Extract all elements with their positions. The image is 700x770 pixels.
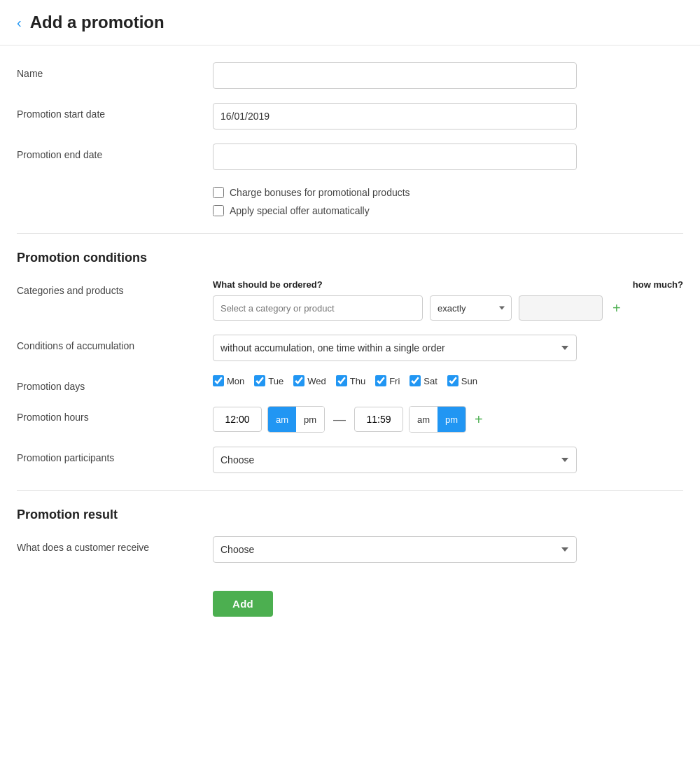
customer-receives-select[interactable]: Choose Discount Gift Bonus points [213, 536, 577, 563]
day-fri-label: Fri [389, 376, 400, 386]
start-pm-button[interactable]: pm [296, 407, 324, 432]
name-control [213, 62, 683, 89]
name-row: Name [17, 62, 683, 89]
time-dash: — [330, 412, 349, 427]
day-sun[interactable]: Sun [447, 375, 477, 386]
checkboxes-row: Charge bonuses for promotional products … [17, 184, 683, 216]
customer-receives-label: What does a customer receive [17, 536, 213, 553]
days-row: Promotion days Mon Tue Wed [17, 375, 683, 392]
categories-row: Categories and products What should be o… [17, 279, 683, 321]
charge-bonuses-checkbox-label[interactable]: Charge bonuses for promotional products [213, 187, 683, 198]
start-date-input[interactable] [213, 103, 577, 130]
participants-label: Promotion participants [17, 447, 213, 463]
categories-controls: What should be ordered? how much? exactl… [213, 279, 683, 321]
form-body: Name Promotion start date Promotion end … [0, 46, 700, 648]
conditions-section: Promotion conditions Categories and prod… [17, 251, 683, 473]
accumulation-select-wrap: without accumulation, one time within a … [213, 335, 577, 361]
end-time-input[interactable] [354, 407, 403, 432]
customer-receives-select-wrap: Choose Discount Gift Bonus points [213, 536, 577, 563]
days-checkboxes: Mon Tue Wed Thu [213, 375, 683, 386]
day-mon-label: Mon [227, 376, 244, 386]
participants-select-wrap: Choose All customers Registered customer… [213, 447, 577, 473]
start-date-row: Promotion start date [17, 103, 683, 130]
page-header: ‹ Add a promotion [0, 0, 700, 46]
what-ordered-header: What should be ordered? [213, 279, 423, 290]
section-divider [17, 233, 683, 234]
categories-inputs: exactly at least no more than + [213, 295, 683, 321]
result-section: Promotion result What does a customer re… [17, 507, 683, 563]
day-wed-label: Wed [307, 376, 326, 386]
result-divider [17, 490, 683, 491]
category-product-input[interactable] [213, 295, 423, 321]
exactly-select[interactable]: exactly at least no more than [430, 295, 512, 321]
add-category-button[interactable]: + [610, 301, 624, 315]
day-mon-checkbox[interactable] [213, 375, 224, 386]
start-am-button[interactable]: am [268, 407, 296, 432]
day-thu-label: Thu [350, 376, 365, 386]
submit-row: Add [17, 577, 683, 631]
day-thu[interactable]: Thu [336, 375, 365, 386]
checkbox-group: Charge bonuses for promotional products … [213, 184, 683, 216]
start-date-control [213, 103, 683, 130]
start-date-label: Promotion start date [17, 103, 213, 120]
accumulation-control: without accumulation, one time within a … [213, 335, 683, 361]
day-sat[interactable]: Sat [410, 375, 438, 386]
day-sun-label: Sun [461, 376, 477, 386]
day-mon[interactable]: Mon [213, 375, 244, 386]
hours-inputs: am pm — am pm + [213, 406, 683, 433]
apply-offer-checkbox[interactable] [213, 205, 224, 216]
result-title: Promotion result [17, 507, 683, 522]
end-date-control [213, 144, 683, 170]
day-wed[interactable]: Wed [293, 375, 326, 386]
name-label: Name [17, 62, 213, 79]
charge-bonuses-text: Charge bonuses for promotional products [230, 187, 410, 198]
day-sat-checkbox[interactable] [410, 375, 421, 386]
days-control: Mon Tue Wed Thu [213, 375, 683, 386]
hours-label: Promotion hours [17, 406, 213, 423]
customer-receives-control: Choose Discount Gift Bonus points [213, 536, 683, 563]
day-tue-label: Tue [268, 376, 284, 386]
participants-select[interactable]: Choose All customers Registered customer… [213, 447, 577, 473]
how-much-input[interactable] [519, 295, 603, 321]
day-thu-checkbox[interactable] [336, 375, 347, 386]
page-title: Add a promotion [30, 13, 164, 32]
categories-label: Categories and products [17, 279, 213, 296]
customer-receives-row: What does a customer receive Choose Disc… [17, 536, 683, 563]
end-date-row: Promotion end date [17, 144, 683, 170]
accumulation-select[interactable]: without accumulation, one time within a … [213, 335, 577, 361]
checkboxes-spacer [17, 184, 213, 190]
checkboxes-control: Charge bonuses for promotional products … [213, 184, 683, 216]
conditions-title: Promotion conditions [17, 251, 683, 265]
day-fri[interactable]: Fri [375, 375, 400, 386]
end-date-input[interactable] [213, 144, 577, 170]
accumulation-row: Conditions of accumulation without accum… [17, 335, 683, 361]
day-sun-checkbox[interactable] [447, 375, 458, 386]
start-ampm-group: am pm [267, 406, 325, 433]
end-pm-button[interactable]: pm [438, 407, 465, 432]
add-submit-button[interactable]: Add [213, 591, 273, 617]
day-tue-checkbox[interactable] [254, 375, 265, 386]
days-label: Promotion days [17, 375, 213, 392]
end-date-label: Promotion end date [17, 144, 213, 160]
apply-offer-text: Apply special offer automatically [230, 205, 370, 216]
how-much-header: how much? [633, 279, 683, 290]
charge-bonuses-checkbox[interactable] [213, 187, 224, 198]
back-button[interactable]: ‹ [17, 15, 22, 31]
hours-row: Promotion hours am pm — am pm + [17, 406, 683, 433]
exactly-dropdown-wrap: exactly at least no more than [430, 295, 512, 321]
name-input[interactable] [213, 62, 577, 89]
day-wed-checkbox[interactable] [293, 375, 304, 386]
apply-offer-checkbox-label[interactable]: Apply special offer automatically [213, 205, 683, 216]
add-time-button[interactable]: + [472, 412, 486, 428]
participants-row: Promotion participants Choose All custom… [17, 447, 683, 473]
day-fri-checkbox[interactable] [375, 375, 386, 386]
start-time-input[interactable] [213, 407, 262, 432]
end-am-button[interactable]: am [410, 407, 438, 432]
participants-control: Choose All customers Registered customer… [213, 447, 683, 473]
accumulation-label: Conditions of accumulation [17, 335, 213, 351]
categories-headers: What should be ordered? how much? [213, 279, 683, 290]
day-tue[interactable]: Tue [254, 375, 284, 386]
end-ampm-group: am pm [409, 406, 466, 433]
day-sat-label: Sat [424, 376, 438, 386]
hours-control: am pm — am pm + [213, 406, 683, 433]
